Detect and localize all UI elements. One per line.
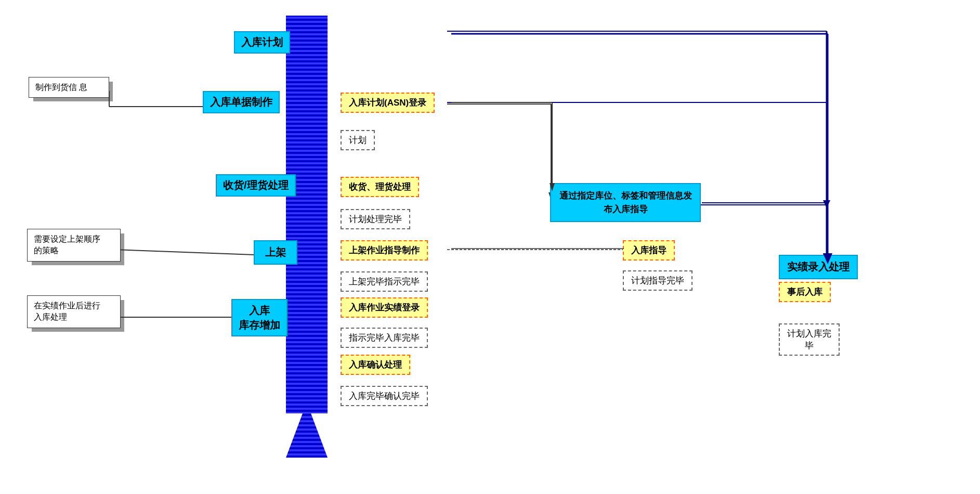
comp-instruction-done: 指示完毕入库完毕 xyxy=(341,328,428,348)
comp-confirm-done: 入库完毕确认完毕 xyxy=(341,386,428,406)
proc-receiving: 收货、理货处理 xyxy=(341,177,419,197)
svg-line-2 xyxy=(114,250,255,255)
info-after-actual: 在实绩作业后进行入库处理 xyxy=(27,295,121,328)
stage-inbound-plan: 入库计划 xyxy=(234,31,290,54)
proc-confirm: 入库确认处理 xyxy=(341,355,410,375)
stage-shelving: 上架 xyxy=(254,240,297,265)
right-guide-box: 通过指定库位、标签和管理信息发布入库指导 xyxy=(550,183,701,222)
comp-plan-done: 计划处理完毕 xyxy=(341,209,410,229)
proc-actual: 入库作业实绩登录 xyxy=(341,297,428,318)
right-arrow-svg xyxy=(0,0,980,494)
proc-asn: 入库计划(ASN)登录 xyxy=(341,93,435,113)
svg-marker-14 xyxy=(823,200,830,208)
right-guide-yellow: 入库指导 xyxy=(623,240,675,261)
right-stage-box: 实绩录入处理 xyxy=(779,255,858,279)
info-delivery: 制作到货信 息 xyxy=(29,77,109,98)
right-plan-inbound-done: 计划入库完毕 xyxy=(779,323,840,356)
right-after-yellow: 事后入库 xyxy=(779,282,831,302)
blue-arrow-column xyxy=(286,16,328,458)
comp-plan: 计划 xyxy=(341,130,375,150)
diagram-container: 入库计划 入库单据制作 收货/理货处理 上架 入库 库存增加 入库计划(ASN)… xyxy=(0,0,980,494)
arrow-lines xyxy=(0,0,980,494)
stage-document: 入库单据制作 xyxy=(203,91,280,113)
stage-inventory: 入库 库存增加 xyxy=(231,299,288,336)
proc-shelving: 上架作业指导制作 xyxy=(341,240,428,261)
info-strategy: 需要设定上架顺序的策略 xyxy=(27,229,121,262)
stage-receiving: 收货/理货处理 xyxy=(216,174,296,197)
right-plan-guide-done: 计划指导完毕 xyxy=(623,270,692,291)
comp-shelving-done: 上架完毕指示完毕 xyxy=(341,271,428,292)
